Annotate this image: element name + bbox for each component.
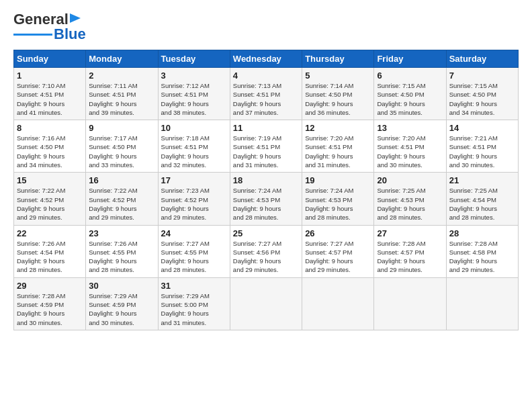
- calendar-cell: 17Sunrise: 7:23 AM Sunset: 4:52 PM Dayli…: [158, 173, 230, 225]
- calendar-cell: 21Sunrise: 7:25 AM Sunset: 4:54 PM Dayli…: [446, 173, 518, 225]
- calendar-cell: 11Sunrise: 7:19 AM Sunset: 4:51 PM Dayli…: [230, 120, 302, 173]
- day-number: 29: [17, 281, 83, 291]
- day-number: 18: [233, 175, 299, 185]
- day-info: Sunrise: 7:20 AM Sunset: 4:51 PM Dayligh…: [305, 134, 353, 169]
- day-info: Sunrise: 7:15 AM Sunset: 4:50 PM Dayligh…: [377, 82, 425, 116]
- day-info: Sunrise: 7:23 AM Sunset: 4:52 PM Dayligh…: [161, 187, 210, 221]
- day-number: 22: [17, 228, 83, 238]
- calendar-header: SundayMondayTuesdayWednesdayThursdayFrid…: [14, 50, 519, 68]
- calendar-cell: 15Sunrise: 7:22 AM Sunset: 4:52 PM Dayli…: [14, 173, 86, 225]
- day-number: 11: [233, 123, 299, 133]
- day-number: 7: [449, 71, 515, 81]
- calendar-cell: 19Sunrise: 7:24 AM Sunset: 4:53 PM Dayli…: [302, 173, 374, 225]
- day-number: 5: [305, 71, 371, 81]
- logo: General Blue: [13, 11, 86, 43]
- day-header-tuesday: Tuesday: [158, 50, 230, 68]
- calendar-cell: 18Sunrise: 7:24 AM Sunset: 4:53 PM Dayli…: [230, 173, 302, 225]
- day-number: 25: [233, 228, 299, 238]
- day-number: 23: [89, 228, 154, 238]
- day-header-friday: Friday: [374, 50, 446, 68]
- day-number: 9: [89, 123, 154, 133]
- day-info: Sunrise: 7:11 AM Sunset: 4:51 PM Dayligh…: [89, 82, 137, 116]
- day-info: Sunrise: 7:29 AM Sunset: 5:00 PM Dayligh…: [161, 292, 210, 326]
- day-info: Sunrise: 7:10 AM Sunset: 4:51 PM Dayligh…: [17, 82, 65, 116]
- calendar-cell: 20Sunrise: 7:25 AM Sunset: 4:53 PM Dayli…: [374, 173, 446, 225]
- day-number: 21: [449, 175, 515, 185]
- day-info: Sunrise: 7:28 AM Sunset: 4:59 PM Dayligh…: [17, 292, 65, 326]
- day-number: 24: [161, 228, 227, 238]
- calendar-cell: [374, 277, 446, 330]
- day-header-wednesday: Wednesday: [230, 50, 302, 68]
- calendar-cell: 28Sunrise: 7:28 AM Sunset: 4:58 PM Dayli…: [446, 225, 518, 277]
- day-number: 26: [305, 228, 371, 238]
- day-number: 14: [449, 123, 515, 133]
- day-info: Sunrise: 7:27 AM Sunset: 4:55 PM Dayligh…: [161, 240, 210, 274]
- calendar-cell: 27Sunrise: 7:28 AM Sunset: 4:57 PM Dayli…: [374, 225, 446, 277]
- day-info: Sunrise: 7:19 AM Sunset: 4:51 PM Dayligh…: [233, 134, 281, 169]
- day-info: Sunrise: 7:20 AM Sunset: 4:51 PM Dayligh…: [377, 134, 425, 169]
- day-info: Sunrise: 7:18 AM Sunset: 4:51 PM Dayligh…: [161, 134, 210, 169]
- calendar-cell: 26Sunrise: 7:27 AM Sunset: 4:57 PM Dayli…: [302, 225, 374, 277]
- calendar-cell: 6Sunrise: 7:15 AM Sunset: 4:50 PM Daylig…: [374, 68, 446, 120]
- calendar-cell: 4Sunrise: 7:13 AM Sunset: 4:51 PM Daylig…: [230, 68, 302, 120]
- day-info: Sunrise: 7:16 AM Sunset: 4:50 PM Dayligh…: [17, 134, 65, 169]
- day-info: Sunrise: 7:21 AM Sunset: 4:51 PM Dayligh…: [449, 134, 498, 169]
- calendar-cell: [302, 277, 374, 330]
- calendar-cell: 22Sunrise: 7:26 AM Sunset: 4:54 PM Dayli…: [14, 225, 86, 277]
- day-header-monday: Monday: [86, 50, 158, 68]
- calendar-cell: 10Sunrise: 7:18 AM Sunset: 4:51 PM Dayli…: [158, 120, 230, 173]
- day-info: Sunrise: 7:25 AM Sunset: 4:53 PM Dayligh…: [377, 187, 425, 221]
- day-info: Sunrise: 7:22 AM Sunset: 4:52 PM Dayligh…: [17, 187, 65, 221]
- calendar-cell: 8Sunrise: 7:16 AM Sunset: 4:50 PM Daylig…: [14, 120, 86, 173]
- day-info: Sunrise: 7:15 AM Sunset: 4:50 PM Dayligh…: [449, 82, 498, 116]
- header: General Blue: [13, 11, 519, 43]
- calendar-cell: 24Sunrise: 7:27 AM Sunset: 4:55 PM Dayli…: [158, 225, 230, 277]
- day-info: Sunrise: 7:28 AM Sunset: 4:57 PM Dayligh…: [377, 240, 425, 274]
- page: General Blue SundayMondayTuesdayWednesda…: [0, 0, 532, 337]
- calendar-cell: 7Sunrise: 7:15 AM Sunset: 4:50 PM Daylig…: [446, 68, 518, 120]
- calendar-cell: 3Sunrise: 7:12 AM Sunset: 4:51 PM Daylig…: [158, 68, 230, 120]
- day-info: Sunrise: 7:17 AM Sunset: 4:50 PM Dayligh…: [89, 134, 137, 169]
- day-number: 13: [377, 123, 443, 133]
- day-number: 2: [89, 71, 154, 81]
- calendar-cell: 13Sunrise: 7:20 AM Sunset: 4:51 PM Dayli…: [374, 120, 446, 173]
- calendar-cell: 12Sunrise: 7:20 AM Sunset: 4:51 PM Dayli…: [302, 120, 374, 173]
- day-info: Sunrise: 7:12 AM Sunset: 4:51 PM Dayligh…: [161, 82, 210, 116]
- day-info: Sunrise: 7:13 AM Sunset: 4:51 PM Dayligh…: [233, 82, 281, 116]
- calendar-cell: 29Sunrise: 7:28 AM Sunset: 4:59 PM Dayli…: [14, 277, 86, 330]
- day-number: 1: [17, 71, 83, 81]
- day-info: Sunrise: 7:27 AM Sunset: 4:57 PM Dayligh…: [305, 240, 353, 274]
- day-number: 30: [89, 281, 154, 291]
- day-number: 31: [161, 281, 227, 291]
- calendar-cell: 23Sunrise: 7:26 AM Sunset: 4:55 PM Dayli…: [86, 225, 158, 277]
- day-info: Sunrise: 7:25 AM Sunset: 4:54 PM Dayligh…: [449, 187, 498, 221]
- calendar-cell: 9Sunrise: 7:17 AM Sunset: 4:50 PM Daylig…: [86, 120, 158, 173]
- calendar-cell: 31Sunrise: 7:29 AM Sunset: 5:00 PM Dayli…: [158, 277, 230, 330]
- calendar-cell: 5Sunrise: 7:14 AM Sunset: 4:50 PM Daylig…: [302, 68, 374, 120]
- calendar-cell: 14Sunrise: 7:21 AM Sunset: 4:51 PM Dayli…: [446, 120, 518, 173]
- day-info: Sunrise: 7:24 AM Sunset: 4:53 PM Dayligh…: [233, 187, 281, 221]
- day-number: 12: [305, 123, 371, 133]
- day-number: 8: [17, 123, 83, 133]
- calendar-cell: 16Sunrise: 7:22 AM Sunset: 4:52 PM Dayli…: [86, 173, 158, 225]
- day-number: 10: [161, 123, 227, 133]
- day-number: 27: [377, 228, 443, 238]
- day-info: Sunrise: 7:24 AM Sunset: 4:53 PM Dayligh…: [305, 187, 353, 221]
- calendar-cell: 25Sunrise: 7:27 AM Sunset: 4:56 PM Dayli…: [230, 225, 302, 277]
- day-header-saturday: Saturday: [446, 50, 518, 68]
- day-number: 3: [161, 71, 227, 81]
- day-info: Sunrise: 7:29 AM Sunset: 4:59 PM Dayligh…: [89, 292, 137, 326]
- day-info: Sunrise: 7:14 AM Sunset: 4:50 PM Dayligh…: [305, 82, 353, 116]
- calendar-cell: [446, 277, 518, 330]
- logo-underline: [13, 34, 52, 36]
- day-info: Sunrise: 7:27 AM Sunset: 4:56 PM Dayligh…: [233, 240, 281, 274]
- day-header-thursday: Thursday: [302, 50, 374, 68]
- day-number: 15: [17, 175, 83, 185]
- calendar-cell: [230, 277, 302, 330]
- calendar-table: SundayMondayTuesdayWednesdayThursdayFrid…: [13, 50, 519, 330]
- logo-blue: Blue: [54, 26, 86, 43]
- calendar-cell: 2Sunrise: 7:11 AM Sunset: 4:51 PM Daylig…: [86, 68, 158, 120]
- day-info: Sunrise: 7:22 AM Sunset: 4:52 PM Dayligh…: [89, 187, 137, 221]
- day-number: 28: [449, 228, 515, 238]
- day-number: 20: [377, 175, 443, 185]
